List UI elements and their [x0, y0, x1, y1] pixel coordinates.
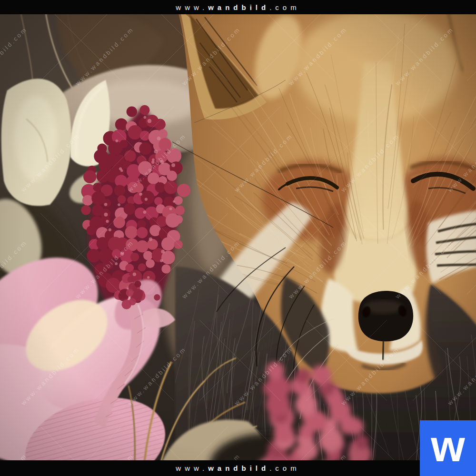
url-prefix: www. [176, 465, 208, 472]
top-url-bar: www.wandbild.com [0, 0, 476, 14]
logo-letter: w [431, 424, 465, 468]
url-suffix: .com [269, 4, 300, 11]
url-brand: wandbild [208, 4, 269, 11]
fox-with-flowers-artwork: www.wandbild.comwww.wandbild.comwww.wand… [0, 0, 476, 476]
wandbild-logo-badge: w [420, 420, 476, 476]
url-suffix: .com [269, 465, 300, 472]
url-prefix: www. [176, 4, 208, 11]
bottom-url-bar: www.wandbild.com [0, 460, 476, 476]
wall-art-product-preview: www.wandbild.comwww.wandbild.comwww.wand… [0, 0, 476, 476]
url-brand: wandbild [208, 465, 269, 472]
